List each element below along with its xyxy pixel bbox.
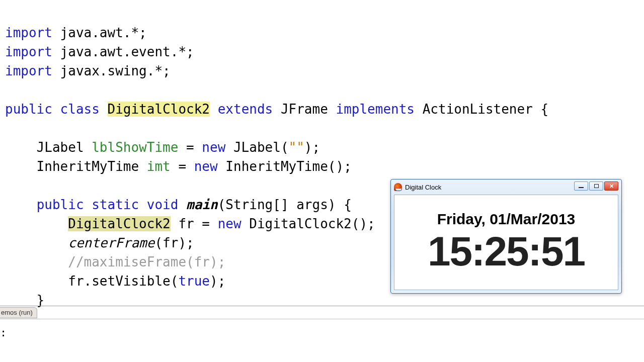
- keyword: extends: [218, 102, 273, 117]
- output-tab[interactable]: emos (run): [0, 307, 37, 318]
- minimize-button[interactable]: [574, 182, 588, 191]
- maximize-button[interactable]: [589, 182, 603, 191]
- class-name-highlight: DigitalClock2: [108, 102, 210, 117]
- clock-date: Friday, 01/Mar/2013: [437, 211, 576, 228]
- keyword: class: [60, 102, 100, 117]
- class-name-highlight: DigitalClock2: [68, 216, 171, 231]
- field-name: imt: [147, 159, 171, 174]
- method-main: main: [186, 197, 218, 212]
- keyword: import: [5, 63, 52, 78]
- window-client-area: Friday, 01/Mar/2013 15:25:51: [394, 195, 618, 290]
- keyword: implements: [336, 102, 415, 117]
- comment: //maximiseFrame(fr);: [68, 254, 225, 269]
- field-name: lblShowTime: [92, 140, 178, 155]
- string-literal: "": [289, 140, 304, 155]
- panel-separator: [0, 306, 644, 306]
- close-icon: ✕: [609, 184, 614, 189]
- output-console[interactable]: :: [0, 319, 644, 362]
- window-titlebar[interactable]: Digital Clock ✕: [391, 179, 621, 195]
- close-button[interactable]: ✕: [604, 182, 618, 191]
- static-call: centerFrame: [68, 235, 154, 250]
- window-title: Digital Clock: [405, 184, 441, 191]
- keyword: import: [5, 25, 52, 40]
- keyword: import: [5, 44, 52, 59]
- java-icon: [394, 183, 402, 191]
- keyword: public: [5, 102, 52, 117]
- digital-clock-window[interactable]: Digital Clock ✕ Friday, 01/Mar/2013 15:2…: [390, 179, 622, 294]
- clock-time: 15:25:51: [428, 231, 585, 272]
